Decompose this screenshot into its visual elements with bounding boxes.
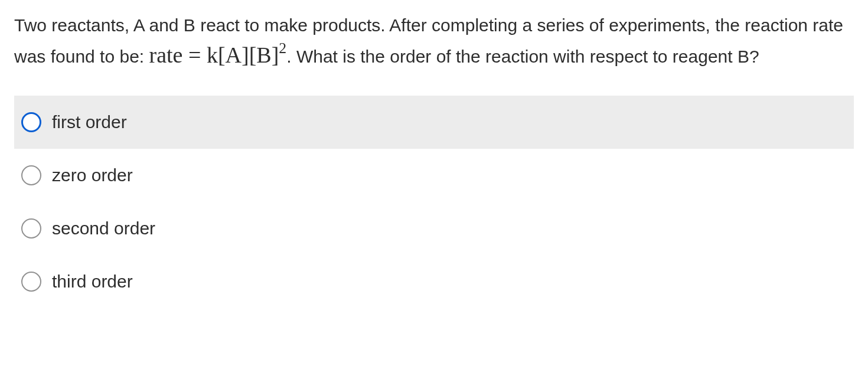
option-label: second order [52,218,155,239]
option-label: third order [52,272,133,292]
option-label: zero order [52,165,133,185]
formula-rhs-exponent: 2 [279,40,286,57]
formula-rhs-base: k[A][B] [207,43,279,67]
question-text: Two reactants, A and B react to make pro… [14,12,854,72]
option-second-order[interactable]: second order [14,202,854,255]
question-suffix: . What is the order of the reaction with… [286,47,759,66]
radio-icon [21,112,41,132]
options-list: first order zero order second order thir… [14,96,854,308]
rate-formula: rate = k[A][B]2 [149,43,287,67]
formula-lhs: rate [149,43,183,67]
radio-icon [21,218,41,239]
formula-eq: = [182,43,206,67]
option-third-order[interactable]: third order [14,255,854,308]
radio-icon [21,165,41,185]
option-label: first order [52,112,127,132]
option-first-order[interactable]: first order [14,96,854,149]
radio-icon [21,272,41,292]
option-zero-order[interactable]: zero order [14,149,854,202]
